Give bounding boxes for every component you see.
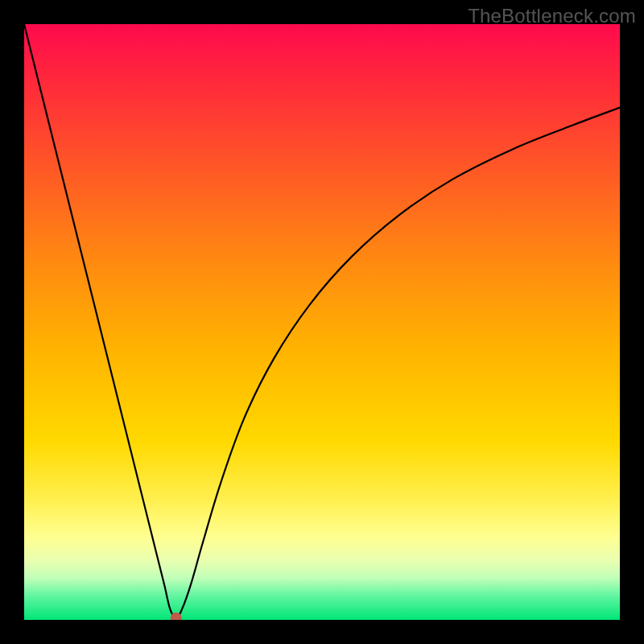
chart-frame: TheBottleneck.com — [0, 0, 644, 644]
plot-area — [24, 24, 620, 620]
bottleneck-curve — [24, 24, 620, 620]
curve-path — [24, 24, 620, 618]
